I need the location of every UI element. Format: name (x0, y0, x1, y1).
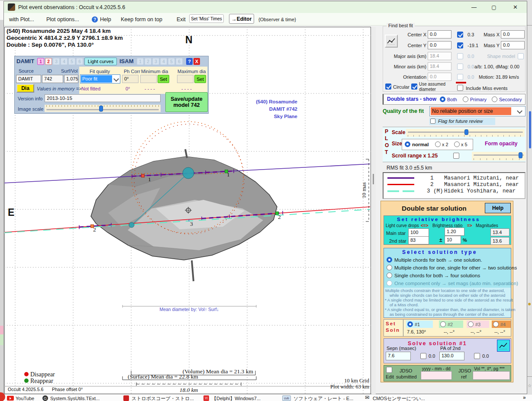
soln4-radio[interactable] (493, 321, 499, 327)
jdso-ref-input[interactable] (473, 371, 510, 380)
damit-model-2[interactable]: 2 (45, 58, 52, 65)
taskbar-item-6[interactable]: CMOSセンサーについ... (373, 396, 425, 401)
soltype-radio-3[interactable] (387, 273, 392, 278)
size-x2-label[interactable]: x 2 (442, 142, 448, 148)
include-miss-checkbox[interactable] (457, 85, 463, 91)
damit-close-button[interactable]: X (193, 58, 200, 65)
minimize-button[interactable]: — (464, 1, 484, 13)
circular-checkbox[interactable] (385, 83, 391, 90)
primary-radio[interactable] (463, 96, 468, 102)
fit-quality-dropdown[interactable]: Poor fit (80, 74, 120, 83)
soln2-label[interactable]: #2 (448, 322, 453, 327)
soln2-radio[interactable] (440, 321, 446, 327)
id-value[interactable]: 742 (42, 75, 63, 83)
close-button[interactable]: ✕ (504, 1, 527, 13)
taskbar-item-4[interactable]: 【Delphi】Windows7... (212, 396, 261, 401)
soln3-radio[interactable] (468, 321, 474, 327)
soltype-radio-4[interactable] (387, 280, 392, 286)
center-y-checkbox[interactable] (457, 42, 463, 48)
taskbar-item-3[interactable]: ストロボスコープ・ストロ... (132, 396, 194, 401)
solve-chart-button[interactable] (497, 340, 510, 352)
max-dia-input[interactable] (177, 75, 193, 83)
chevron-down-icon[interactable] (113, 76, 119, 82)
light-curves-button[interactable]: Light curves (84, 58, 117, 65)
jdso-date-input[interactable] (421, 371, 452, 380)
secondary-star-handle[interactable] (129, 222, 134, 228)
center-x-input[interactable]: 0.0 (428, 30, 451, 38)
observer-time-label[interactable]: {Observer & time} (258, 17, 296, 22)
size-x5-label[interactable]: x 5 (461, 142, 468, 148)
menu-keep-on-top[interactable]: Keep form on top (121, 16, 162, 22)
menu-plot-options[interactable]: Plot options... (46, 16, 79, 22)
ratio-input[interactable]: 1.20 (445, 228, 464, 236)
scale-thumb[interactable] (464, 129, 468, 135)
editor-button[interactable]: →Editor (229, 14, 254, 24)
major-axis-checkbox[interactable] (457, 53, 463, 59)
isam-model-5[interactable]: 5 (168, 58, 175, 65)
isam-model-3[interactable]: 3 (152, 58, 159, 65)
primary-star-handle[interactable] (183, 167, 194, 179)
damit-model-4[interactable]: 4 (61, 58, 68, 65)
isam-model-4[interactable]: 4 (160, 58, 167, 65)
flag-review-checkbox[interactable] (430, 119, 435, 124)
min-dia-input[interactable] (140, 75, 157, 83)
opacity-slider[interactable] (472, 152, 526, 160)
center-y-input[interactable]: 0.0 (428, 41, 451, 49)
menu-with-plot[interactable]: with Plot... (9, 16, 34, 22)
pa-input[interactable]: 130.0 (439, 352, 464, 360)
pa-lock-checkbox[interactable] (474, 353, 480, 359)
taskbar-item-1[interactable]: YouTube (16, 396, 34, 401)
chevron-down-icon[interactable] (517, 108, 522, 114)
soltype-opt-3[interactable]: Single chords for both → four solutions (394, 273, 480, 279)
taskbar-more[interactable]: » (523, 395, 526, 401)
scale-slider[interactable] (406, 129, 525, 137)
minor-axis-input[interactable]: 18.4 (428, 62, 451, 71)
size-normal-radio[interactable] (405, 141, 410, 147)
quality-dropdown[interactable]: No reliable position or size (429, 106, 526, 116)
soln1-label[interactable]: #1 (415, 322, 420, 327)
sepn-lock-checkbox[interactable] (420, 353, 426, 359)
primary-label[interactable]: Primary (470, 97, 487, 103)
dia-button[interactable]: Dia (16, 84, 34, 93)
damit-model-1[interactable]: 1 (37, 58, 44, 65)
disappear-marker[interactable] (142, 174, 145, 177)
soltype-radio-2[interactable] (387, 265, 392, 270)
both-label[interactable]: Both (447, 97, 457, 103)
soltype-opt-2[interactable]: Multiple chords for one, single for othe… (394, 265, 517, 271)
splitter-handle[interactable] (373, 174, 374, 184)
sepn-input[interactable]: 7.6 (386, 352, 411, 360)
secondary-radio[interactable] (492, 96, 497, 102)
orientation-input[interactable]: 0.0 (428, 73, 451, 81)
damit-model-3[interactable]: 3 (53, 58, 60, 65)
both-radio[interactable] (440, 96, 445, 102)
center-x-checkbox[interactable] (457, 32, 463, 38)
image-scale-thumb[interactable] (99, 106, 103, 112)
soltype-opt-4[interactable]: One component only → set mags (auto min.… (394, 281, 518, 286)
opacity-thumb[interactable] (519, 152, 522, 158)
splitter[interactable] (371, 27, 376, 394)
minor-axis-checkbox[interactable] (457, 64, 463, 70)
soln3-label[interactable]: #3 (475, 322, 480, 327)
damit-help-button[interactable]: ? (186, 58, 193, 65)
secondary-label[interactable]: Secondary (499, 97, 522, 103)
soltype-radio-1[interactable] (387, 257, 392, 263)
tolerance-input[interactable]: 10 (445, 236, 461, 244)
second-star-input[interactable]: 83 (408, 236, 429, 244)
taskbar-item-5[interactable]: ソフトウェア・レート - E... (293, 396, 353, 401)
set-max-dia-button[interactable]: Set (194, 75, 206, 83)
damit-model-6[interactable]: 6 (76, 58, 83, 65)
menu-help[interactable]: Help (100, 16, 111, 22)
orientation-checkbox[interactable] (457, 74, 463, 80)
main-star-input[interactable]: 100 (408, 228, 429, 237)
save-update-button[interactable]: Save/update model 742 (165, 92, 208, 112)
size-x2-radio[interactable] (435, 141, 441, 147)
major-axis-input[interactable]: 18.4 (428, 52, 451, 60)
dss-help-button[interactable]: Help (485, 203, 511, 213)
menu-exit[interactable]: Exit (177, 16, 186, 22)
use-assumed-checkbox[interactable] (411, 83, 417, 90)
scroll-range-checkbox[interactable] (453, 153, 459, 159)
image-scale-slider[interactable] (45, 105, 161, 112)
isam-model-2[interactable]: 2 (145, 58, 152, 65)
size-normal-label[interactable]: normal (412, 142, 429, 148)
isam-model-6[interactable]: 6 (176, 58, 183, 65)
